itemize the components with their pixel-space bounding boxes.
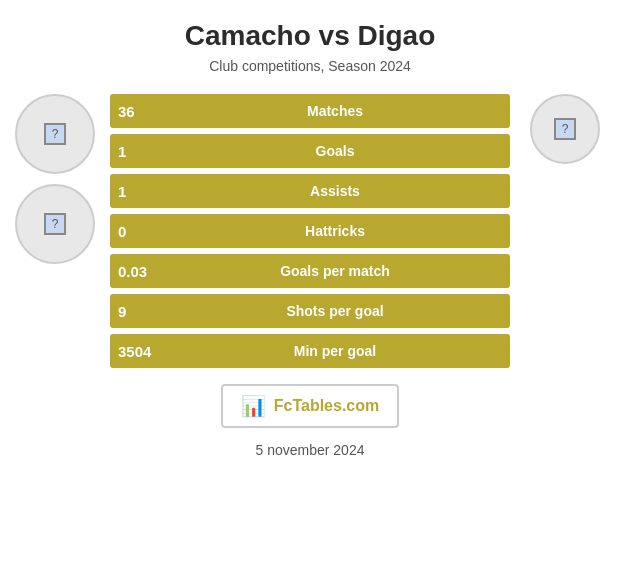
logo-section: 📊 FcTables.com [221,384,400,428]
stat-label: Goals per match [168,263,502,279]
right-avatars: ? [520,94,610,164]
stat-label: Hattricks [168,223,502,239]
logo-text: FcTables.com [274,397,380,415]
stat-label: Min per goal [168,343,502,359]
stats-section: ? ? 36Matches1Goals1Assists0Hattricks0.0… [10,94,610,368]
stat-value: 1 [118,183,168,200]
stat-value: 1 [118,143,168,160]
logo-tables: Tables.com [292,397,379,414]
stat-row: 3504Min per goal [110,334,510,368]
stat-value: 0 [118,223,168,240]
stat-value: 0.03 [118,263,168,280]
logo-fc: Fc [274,397,293,414]
page-container: Camacho vs Digao Club competitions, Seas… [0,0,620,580]
stat-label: Goals [168,143,502,159]
stat-label: Matches [168,103,502,119]
page-title: Camacho vs Digao [185,20,436,52]
avatar-placeholder-icon-3: ? [554,118,576,140]
stat-row: 0.03Goals per match [110,254,510,288]
logo-chart-icon: 📊 [241,394,266,418]
stat-value: 36 [118,103,168,120]
page-subtitle: Club competitions, Season 2024 [209,58,411,74]
stat-row: 1Assists [110,174,510,208]
left-avatar-bottom: ? [15,184,95,264]
date-footer: 5 november 2024 [256,442,365,458]
avatar-placeholder-icon: ? [44,123,66,145]
logo-box: 📊 FcTables.com [221,384,400,428]
stats-bars: 36Matches1Goals1Assists0Hattricks0.03Goa… [110,94,510,368]
left-avatars: ? ? [10,94,100,264]
stat-label: Shots per goal [168,303,502,319]
stat-row: 36Matches [110,94,510,128]
stat-value: 3504 [118,343,168,360]
right-avatar-top: ? [530,94,600,164]
left-avatar-top: ? [15,94,95,174]
avatar-placeholder-icon-2: ? [44,213,66,235]
stat-row: 0Hattricks [110,214,510,248]
stat-row: 9Shots per goal [110,294,510,328]
stat-value: 9 [118,303,168,320]
stat-label: Assists [168,183,502,199]
stat-row: 1Goals [110,134,510,168]
